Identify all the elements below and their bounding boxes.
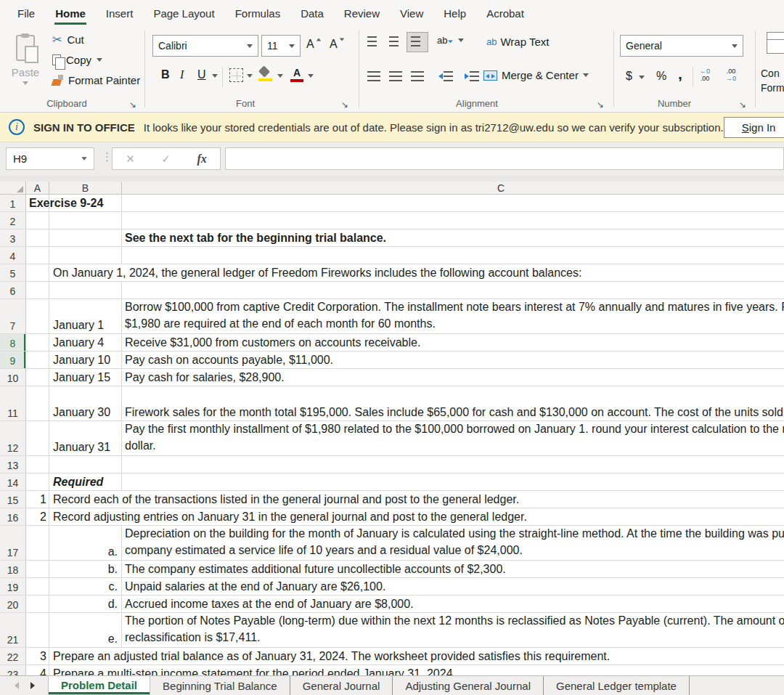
cell-c19[interactable]: Unpaid salaries at the end of January ar…: [125, 580, 385, 593]
menu-tab-insert[interactable]: Insert: [96, 0, 144, 26]
orientation-button[interactable]: ab: [437, 35, 464, 46]
prev-sheet-icon[interactable]: [15, 682, 19, 689]
formula-input[interactable]: [225, 147, 784, 170]
insert-function-icon[interactable]: fx: [197, 153, 206, 166]
cell-a16[interactable]: 2: [26, 511, 46, 524]
chevron-down-icon[interactable]: [308, 74, 314, 78]
decrease-indent-button[interactable]: [438, 71, 457, 81]
row-header-21[interactable]: 21: [0, 613, 26, 647]
menu-tab-acrobat[interactable]: Acrobat: [476, 0, 534, 26]
bold-button[interactable]: B: [161, 68, 170, 81]
row-header-6[interactable]: 6: [0, 282, 26, 298]
cell-c3[interactable]: See the next tab for the beginning trial…: [125, 232, 386, 245]
cell-c20[interactable]: Accrued income taxes at the end of Janua…: [125, 598, 414, 611]
percent-button[interactable]: %: [656, 70, 666, 83]
decrease-decimal-button[interactable]: .00 →0: [726, 68, 736, 82]
alignment-dialog-launcher-icon[interactable]: ↘: [597, 99, 604, 110]
sheet-tab-general-journal[interactable]: General Journal: [290, 676, 393, 695]
cell-b12[interactable]: January 31: [53, 441, 110, 454]
row-header-20[interactable]: 20: [0, 596, 26, 612]
cell-a1[interactable]: Exercise 9-24: [29, 197, 103, 210]
paste-button[interactable]: Paste: [4, 32, 46, 103]
conditional-formatting-label-line2[interactable]: Form: [761, 82, 784, 94]
cell-b5[interactable]: On January 1, 2024, the general ledger o…: [53, 267, 581, 280]
next-sheet-icon[interactable]: [30, 682, 35, 689]
conditional-formatting-icon[interactable]: [767, 32, 784, 54]
underline-button[interactable]: U: [197, 68, 206, 81]
merge-center-button[interactable]: Merge & Center: [483, 69, 589, 81]
sign-in-button[interactable]: Sign In: [724, 117, 784, 138]
cell-c21[interactable]: The portion of Notes Payable (long-term)…: [125, 612, 784, 646]
cancel-icon[interactable]: ✕: [126, 153, 135, 166]
number-dialog-launcher-icon[interactable]: ↘: [739, 99, 746, 110]
cell-c9[interactable]: Pay cash on accounts payable, $11,000.: [125, 354, 333, 367]
row-header-18[interactable]: 18: [0, 561, 26, 577]
row-header-5[interactable]: 5: [0, 264, 26, 281]
number-format-combo[interactable]: General: [620, 35, 743, 57]
row-header-11[interactable]: 11: [0, 386, 26, 420]
cell-b20[interactable]: d.: [49, 598, 118, 611]
cell-c17[interactable]: Depreciation on the building for the mon…: [125, 525, 784, 558]
row-header-8[interactable]: 8: [0, 334, 26, 351]
shrink-font-button[interactable]: A: [330, 38, 345, 51]
cell-b14[interactable]: Required: [53, 476, 103, 489]
column-header-a[interactable]: A: [26, 182, 49, 194]
font-color-button[interactable]: A: [290, 68, 303, 82]
row-header-10[interactable]: 10: [0, 369, 26, 386]
cell-c7[interactable]: Borrow $100,000 from captive Credit Corp…: [125, 298, 784, 332]
sheet-tab-problem-detail[interactable]: Problem Detail: [48, 676, 150, 695]
borders-button[interactable]: [229, 68, 243, 82]
enter-icon[interactable]: ✓: [161, 153, 171, 166]
row-header-13[interactable]: 13: [0, 456, 26, 473]
cell-a22[interactable]: 3: [26, 650, 46, 663]
drag-handle-icon[interactable]: ⋮: [102, 150, 113, 163]
sheet-tab-beginning-trial-balance[interactable]: Beginning Trial Balance: [150, 676, 290, 695]
increase-indent-button[interactable]: [465, 71, 483, 81]
wrap-text-button[interactable]: ab Wrap Text: [486, 36, 549, 48]
column-header-b[interactable]: B: [49, 182, 122, 194]
menu-tab-home[interactable]: Home: [45, 0, 96, 26]
cell-b9[interactable]: January 10: [53, 354, 110, 367]
cell-c8[interactable]: Receive $31,000 from customers on accoun…: [125, 336, 420, 349]
cell-b7[interactable]: January 1: [53, 319, 104, 332]
cell-b22[interactable]: Prepare an adjusted trial balance as of …: [53, 650, 610, 663]
select-all-corner[interactable]: [0, 182, 26, 194]
increase-decimal-button[interactable]: ←0 .00: [700, 68, 710, 82]
row-header-14[interactable]: 14: [0, 474, 26, 490]
row-header-12[interactable]: 12: [0, 421, 26, 455]
sheet-tab-adjusting-general-journal[interactable]: Adjusting General Journal: [393, 676, 544, 695]
row-header-19[interactable]: 19: [0, 578, 26, 595]
chevron-down-icon[interactable]: [277, 74, 283, 78]
cell-b11[interactable]: January 30: [53, 406, 110, 419]
row-header-7[interactable]: 7: [0, 299, 26, 333]
cell-b15[interactable]: Record each of the transactions listed i…: [53, 493, 519, 506]
align-left-button[interactable]: [367, 71, 380, 81]
row-header-2[interactable]: 2: [0, 212, 26, 229]
column-header-c[interactable]: C: [122, 182, 784, 194]
cell-c10[interactable]: Pay cash for salaries, $28,900.: [125, 371, 285, 384]
row-header-22[interactable]: 22: [0, 648, 26, 664]
cell-b18[interactable]: b.: [49, 563, 118, 576]
cell-b16[interactable]: Record adjusting entries on January 31 i…: [53, 511, 527, 524]
menu-tab-help[interactable]: Help: [433, 0, 476, 26]
fill-color-button[interactable]: [258, 67, 273, 81]
row-header-1[interactable]: 1: [0, 195, 26, 211]
align-bottom-button[interactable]: [411, 36, 424, 46]
row-header-3[interactable]: 3: [0, 229, 26, 246]
row-header-16[interactable]: 16: [0, 508, 26, 525]
cell-b17[interactable]: a.: [49, 545, 118, 558]
cell-b21[interactable]: e.: [49, 633, 118, 646]
cell-b10[interactable]: January 15: [53, 371, 110, 384]
name-box[interactable]: H9: [6, 147, 94, 170]
cell-b8[interactable]: January 4: [53, 336, 104, 349]
cut-button[interactable]: ✂ Cut: [52, 33, 84, 46]
copy-button[interactable]: Copy: [52, 54, 102, 66]
menu-tab-view[interactable]: View: [390, 0, 433, 26]
row-header-17[interactable]: 17: [0, 526, 26, 560]
cell-c12[interactable]: Pay the first monthly installment of $1,…: [125, 420, 784, 454]
conditional-formatting-label-line1[interactable]: Con: [761, 68, 784, 79]
row-header-9[interactable]: 9: [0, 351, 26, 368]
italic-button[interactable]: I: [180, 68, 184, 81]
sheet-tab-general-ledger-template[interactable]: General Ledger template: [544, 676, 690, 695]
menu-tab-review[interactable]: Review: [334, 0, 390, 26]
